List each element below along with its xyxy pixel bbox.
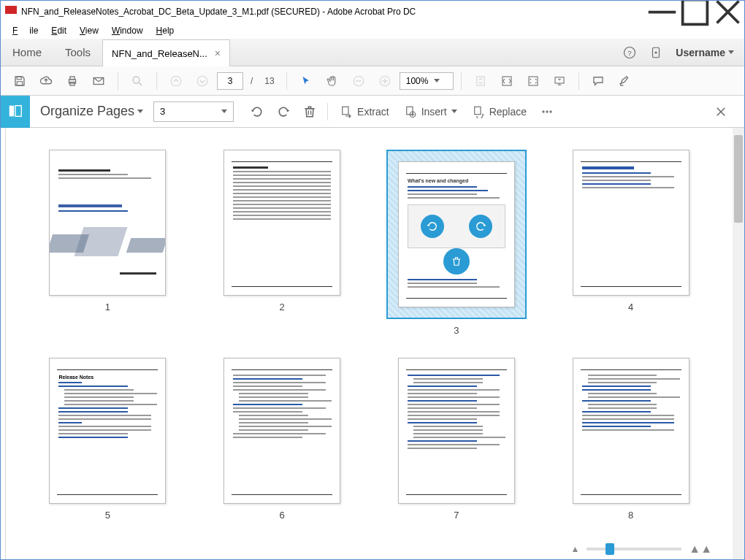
close-button[interactable] (711, 1, 744, 23)
thumbnail-label: 5 (105, 510, 110, 521)
thumbnail-page-5[interactable]: Release Notes 5 (35, 358, 180, 521)
menu-window[interactable]: Window (106, 24, 149, 37)
tab-home[interactable]: Home (1, 39, 53, 66)
thumbnail-page-8[interactable]: 8 (558, 358, 703, 521)
svg-rect-8 (17, 77, 21, 80)
replace-button[interactable]: Replace (465, 99, 534, 125)
organize-mode-tab[interactable] (1, 96, 30, 128)
user-menu[interactable]: Username (676, 47, 734, 58)
thumbnail-page-3[interactable]: What's new and changed (384, 150, 530, 336)
svg-rect-12 (70, 82, 74, 85)
thumbnail-page-4[interactable]: 4 (558, 150, 703, 336)
tab-tools[interactable]: Tools (53, 39, 102, 66)
rotate-cw-icon[interactable] (270, 99, 297, 125)
chevron-down-icon (451, 110, 457, 113)
svg-rect-9 (17, 81, 23, 85)
insert-button[interactable]: Insert (397, 99, 465, 125)
app-icon (5, 6, 17, 18)
thumbnail-label: 3 (454, 325, 459, 336)
svg-point-39 (546, 110, 548, 112)
search-icon[interactable] (126, 69, 149, 93)
zoom-out-icon[interactable] (347, 69, 370, 93)
tab-document-label: NFN_and_ReleaseN... (112, 48, 207, 59)
svg-point-40 (549, 110, 551, 112)
svg-rect-33 (406, 107, 412, 115)
menu-file[interactable]: File (7, 24, 44, 37)
thumbnail-zoom-slider[interactable] (587, 548, 681, 551)
hand-tool-icon[interactable] (321, 69, 344, 93)
fit-visible-icon[interactable] (522, 69, 545, 93)
highlight-icon[interactable] (613, 69, 636, 93)
svg-rect-29 (15, 106, 21, 117)
tab-document[interactable]: NFN_and_ReleaseN... × (102, 39, 230, 66)
comment-icon[interactable] (587, 69, 610, 93)
fit-page-icon[interactable] (469, 69, 492, 93)
minimize-button[interactable] (646, 1, 679, 23)
delete-icon (443, 248, 470, 275)
thumbnail-page-6[interactable]: 6 (210, 358, 355, 521)
svg-point-16 (171, 76, 181, 86)
page-separator: / (251, 76, 253, 86)
save-icon[interactable] (8, 69, 31, 93)
menu-edit[interactable]: Edit (45, 24, 72, 37)
email-icon[interactable] (87, 69, 110, 93)
content-area: 1 2 What's new and changed (1, 128, 744, 559)
thumbnail-label: 2 (280, 302, 285, 312)
thumbnail-page-7[interactable]: 7 (384, 358, 530, 521)
page-up-icon[interactable] (164, 69, 188, 93)
svg-line-15 (139, 83, 142, 85)
zoom-large-icon[interactable]: ▲▲ (689, 542, 712, 556)
menu-help[interactable]: Help (150, 24, 180, 37)
help-icon[interactable]: ? (623, 46, 636, 59)
svg-point-17 (197, 76, 207, 86)
chevron-down-icon (137, 110, 143, 113)
zoom-small-icon[interactable]: ▲ (570, 544, 579, 554)
tab-close-icon[interactable]: × (215, 47, 221, 59)
page-number-input[interactable] (217, 72, 243, 90)
zoom-in-icon[interactable] (373, 69, 397, 93)
notifications-icon[interactable] (649, 46, 662, 59)
thumbnail-label: 1 (105, 302, 110, 312)
print-icon[interactable] (61, 69, 84, 93)
svg-rect-11 (70, 77, 74, 80)
svg-text:?: ? (628, 48, 633, 56)
cloud-upload-icon[interactable] (34, 69, 58, 93)
page-heading: What's new and changed (408, 178, 505, 183)
rotate-ccw-icon[interactable] (244, 99, 270, 125)
title-bar: NFN_and_ReleaseNotes_Acrobat_DC_Beta_Upd… (1, 1, 744, 23)
main-toolbar: / 13 100% (1, 66, 744, 96)
thumbnail-label: 6 (280, 510, 285, 521)
thumbnails-panel[interactable]: 1 2 What's new and changed (5, 128, 733, 559)
thumbnail-label: 8 (628, 510, 633, 521)
page-range-select[interactable]: 3 (153, 101, 234, 122)
menu-bar: File Edit View Window Help (1, 23, 744, 39)
organize-title[interactable]: Organize Pages (40, 104, 143, 119)
thumbnail-label: 4 (628, 302, 633, 312)
vertical-scrollbar[interactable] (733, 128, 744, 559)
close-organize-icon[interactable] (708, 99, 734, 125)
thumbnail-page-1[interactable]: 1 (35, 150, 180, 336)
chevron-down-icon (728, 50, 734, 54)
thumbnail-label: 7 (454, 510, 459, 521)
chevron-down-icon (434, 79, 440, 83)
organize-toolbar: Organize Pages 3 Extract Insert Replace (1, 96, 744, 128)
rotate-cw-icon (469, 215, 492, 238)
svg-point-14 (133, 77, 140, 83)
thumbnail-page-2[interactable]: 2 (210, 150, 355, 336)
thumbnail-zoom-bar: ▲ ▲▲ (563, 539, 719, 559)
more-options-icon[interactable] (534, 99, 560, 125)
read-mode-icon[interactable] (548, 69, 571, 93)
svg-rect-37 (474, 107, 480, 115)
zoom-select[interactable]: 100% (400, 72, 454, 90)
delete-icon[interactable] (297, 99, 323, 125)
page-down-icon[interactable] (191, 69, 214, 93)
page-heading: Release Notes (58, 375, 156, 380)
extract-button[interactable]: Extract (332, 99, 397, 125)
svg-point-7 (655, 51, 657, 53)
selection-tool-icon[interactable] (294, 69, 318, 93)
maximize-button[interactable] (679, 1, 711, 23)
svg-point-38 (542, 110, 544, 112)
fit-width-icon[interactable] (495, 69, 519, 93)
menu-view[interactable]: View (74, 24, 104, 37)
chevron-down-icon (221, 110, 227, 113)
